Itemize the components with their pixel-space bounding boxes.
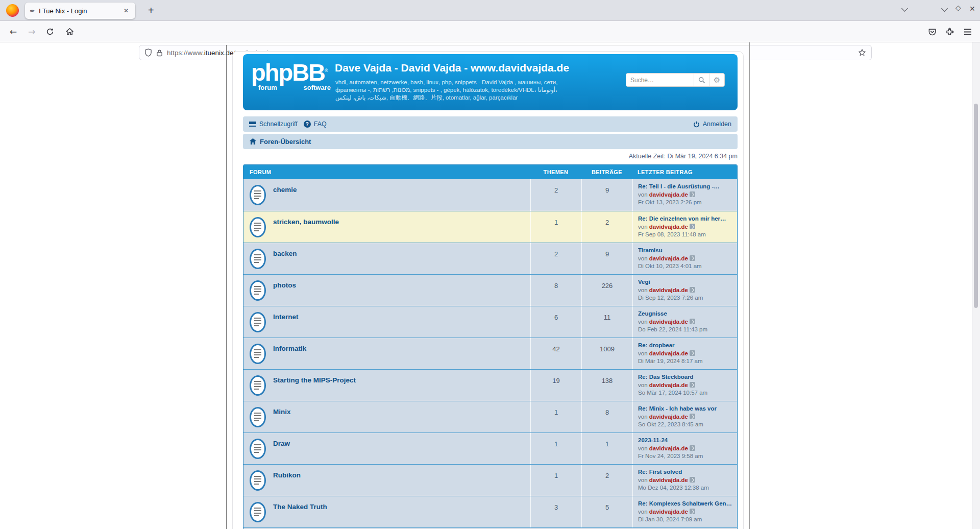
last-post-title-link[interactable]: Re: Teil I - die Ausrüstung -… — [638, 183, 734, 191]
forum-name-link[interactable]: The Naked Truth — [273, 503, 327, 527]
goto-last-post-icon[interactable] — [690, 477, 695, 483]
last-post-title-link[interactable]: Vegi — [638, 278, 734, 286]
forum-row: Internet 6 11 Zeugnisse von davidvajda.d… — [243, 306, 737, 338]
last-post-author-link[interactable]: davidvajda.de — [649, 382, 688, 388]
last-post-title-link[interactable]: Tiramisu — [638, 247, 734, 255]
last-post-title-link[interactable]: Re: Minix - Ich habe was vor — [638, 405, 734, 413]
goto-last-post-icon[interactable] — [690, 445, 695, 451]
forward-button[interactable]: → — [23, 21, 40, 42]
tracking-shield-icon[interactable] — [144, 49, 152, 57]
last-post-author-link[interactable]: davidvajda.de — [649, 350, 688, 356]
last-post-date: Fr Nov 24, 2023 9:58 am — [638, 452, 737, 461]
new-tab-button[interactable]: + — [144, 4, 158, 17]
forum-name-link[interactable]: informatik — [273, 345, 306, 369]
last-post-cell: Re: Teil I - die Ausrüstung -… von david… — [632, 179, 737, 211]
forum-name-link[interactable]: Internet — [273, 313, 299, 338]
bookmark-star-icon[interactable] — [858, 49, 866, 57]
window-minimize-icon[interactable] — [941, 5, 948, 12]
goto-last-post-icon[interactable] — [690, 191, 695, 197]
posts-count: 226 — [581, 275, 632, 306]
site-title[interactable]: Dave Vajda - David Vajda - www.davidvajd… — [335, 62, 569, 74]
last-post-author-link[interactable]: davidvajda.de — [649, 255, 688, 261]
posts-count: 2 — [581, 211, 632, 243]
pocket-icon[interactable] — [924, 21, 940, 42]
header-letzter-beitrag: LETZTER BEITRAG — [632, 169, 737, 175]
last-post-title-link[interactable]: 2023-11-24 — [638, 437, 734, 445]
last-post-date: Fr Sep 08, 2023 11:48 am — [638, 231, 737, 239]
last-post-date: Di Sep 12, 2023 7:26 am — [638, 294, 737, 302]
last-post-cell: Re: First solved von davidvajda.de Mo De… — [632, 465, 737, 496]
tab-title: I Tue Nix - Login — [39, 7, 121, 15]
page-scrollbar[interactable] — [972, 42, 980, 529]
goto-last-post-icon[interactable] — [690, 255, 695, 261]
last-post-title-link[interactable]: Re: Die einzelnen von mir her… — [638, 215, 734, 223]
last-post-cell: Re: Die einzelnen von mir her… von david… — [632, 211, 737, 243]
window-maximize-icon[interactable]: ◇ — [955, 4, 961, 12]
last-post-author-link[interactable]: davidvajda.de — [649, 414, 688, 420]
forum-name-link[interactable]: stricken, baumwolle — [273, 218, 339, 243]
last-post-author-link[interactable]: davidvajda.de — [649, 509, 688, 515]
menu-hamburger-icon[interactable] — [960, 21, 976, 42]
last-post-author-link[interactable]: davidvajda.de — [649, 287, 688, 293]
goto-last-post-icon[interactable] — [690, 350, 695, 356]
search-button[interactable] — [694, 74, 709, 86]
forum-row: stricken, baumwolle 1 2 Re: Die einzelne… — [243, 211, 737, 243]
forum-name-link[interactable]: Rubikon — [273, 471, 301, 496]
reload-button[interactable] — [42, 21, 58, 42]
header-forum: FORUM — [243, 169, 530, 175]
forum-name-link[interactable]: photos — [273, 281, 296, 306]
back-button[interactable]: ← — [5, 21, 21, 42]
search-settings-button[interactable]: ⚙ — [709, 74, 724, 86]
firefox-logo-icon[interactable] — [6, 4, 19, 17]
goto-last-post-icon[interactable] — [690, 319, 695, 324]
search-input[interactable] — [626, 74, 694, 86]
last-post-title-link[interactable]: Re: First solved — [638, 468, 734, 476]
breadcrumb-bar: Foren-Übersicht — [243, 134, 738, 149]
last-post-title-link[interactable]: Re: Das Steckboard — [638, 373, 734, 381]
last-post-title-link[interactable]: Re: Komplexes Schaltwerk Gene… — [638, 500, 734, 508]
von-label: von — [638, 477, 648, 483]
forum-name-link[interactable]: Minix — [273, 408, 291, 432]
posts-count: 8 — [581, 401, 632, 432]
last-post-author-link[interactable]: davidvajda.de — [649, 224, 688, 230]
scrollbar-thumb[interactable] — [974, 104, 978, 308]
navigation-toolbar: ← → https://www.ituenix.de/src/login.php — [0, 21, 980, 42]
list-tabs-chevron-icon[interactable] — [901, 5, 908, 12]
login-link[interactable]: Anmelden — [693, 121, 731, 128]
last-post-title-link[interactable]: Re: dropbear — [638, 342, 734, 350]
browser-tab[interactable]: ✒ I Tue Nix - Login ✕ — [25, 3, 135, 19]
last-post-title-link[interactable]: Zeugnisse — [638, 310, 734, 318]
home-icon — [249, 138, 257, 145]
phpbb-logo[interactable]: phpBB® forumsoftware — [251, 61, 333, 91]
window-close-icon[interactable]: ✕ — [969, 5, 975, 13]
topics-count: 1 — [530, 401, 581, 432]
von-label: von — [638, 350, 648, 356]
forum-name-link[interactable]: Starting the MIPS-Project — [273, 376, 356, 401]
goto-last-post-icon[interactable] — [690, 224, 695, 229]
last-post-date: Di Okt 10, 2023 4:01 am — [638, 262, 737, 271]
faq-link[interactable]: ? FAQ — [304, 121, 327, 128]
goto-last-post-icon[interactable] — [690, 414, 695, 419]
last-post-date: Mo Dez 04, 2023 12:38 am — [638, 484, 737, 492]
goto-last-post-icon[interactable] — [690, 382, 695, 388]
header-beitraege: BEITRÄGE — [581, 169, 632, 175]
last-post-author-link[interactable]: davidvajda.de — [649, 319, 688, 325]
von-label: von — [638, 287, 648, 293]
gear-icon: ⚙ — [714, 76, 720, 85]
forum-name-link[interactable]: backen — [273, 250, 297, 274]
forum-name-link[interactable]: Draw — [273, 440, 290, 464]
extensions-puzzle-icon[interactable] — [941, 21, 958, 42]
forum-name-link[interactable]: chemie — [273, 186, 297, 211]
home-button[interactable] — [61, 21, 78, 42]
last-post-author-link[interactable]: davidvajda.de — [649, 445, 688, 451]
quick-links-menu[interactable]: Schnellzugriff — [249, 121, 298, 128]
goto-last-post-icon[interactable] — [690, 509, 695, 514]
goto-last-post-icon[interactable] — [690, 287, 695, 293]
forum-table: FORUM THEMEN BEITRÄGE LETZTER BEITRAG ch… — [243, 164, 738, 529]
frame-border-left — [226, 45, 227, 529]
last-post-author-link[interactable]: davidvajda.de — [649, 477, 688, 483]
padlock-icon[interactable] — [156, 49, 163, 57]
breadcrumb[interactable]: Foren-Übersicht — [249, 138, 311, 146]
last-post-author-link[interactable]: davidvajda.de — [649, 191, 688, 198]
tab-close-icon[interactable]: ✕ — [121, 6, 131, 15]
